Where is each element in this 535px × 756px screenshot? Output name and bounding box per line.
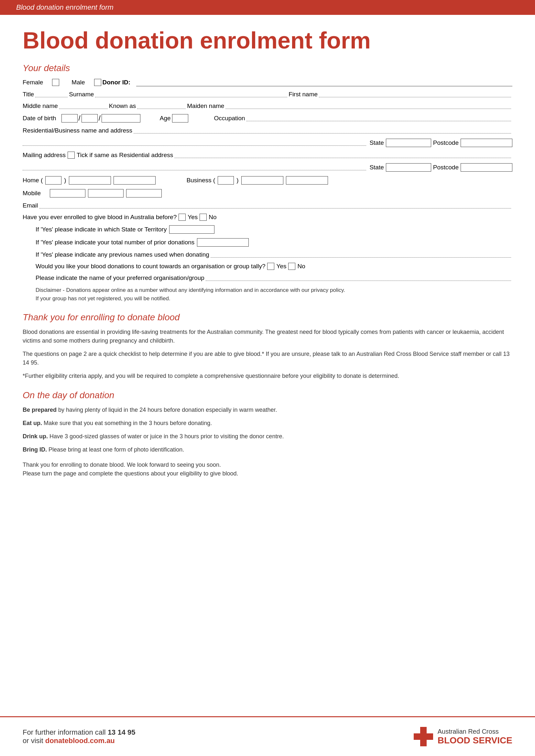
on-the-day-heading: On the day of donation — [23, 390, 512, 400]
donor-id-field[interactable] — [136, 79, 512, 86]
state-territory-field[interactable] — [169, 225, 214, 234]
yes-label-2: Yes — [276, 263, 286, 270]
state-field-1[interactable] — [386, 139, 431, 147]
group-tally-label: Would you like your blood donations to c… — [36, 263, 265, 270]
footer-phone: 13 14 95 — [108, 728, 135, 736]
tip3-bold: Drink up. — [23, 433, 48, 440]
footer-website: donateblood.com.au — [45, 737, 115, 745]
previous-names-label: If 'Yes' please indicate any previous na… — [36, 251, 209, 258]
business-phone2-field[interactable] — [286, 176, 328, 185]
thank-you-section: Thank you for enrolling to donate blood … — [23, 312, 512, 380]
org-name: Australian Red Cross BLOOD SERVICE — [437, 728, 512, 746]
thank-you-para3: *Further eligibility criteria apply, and… — [23, 372, 512, 380]
home-phone2-field[interactable] — [114, 176, 155, 185]
postcode-field-2[interactable] — [461, 163, 512, 172]
state-field-2[interactable] — [386, 163, 431, 172]
phone-row: Home ( ) Business ( ) — [23, 176, 512, 185]
mobile-end-field[interactable] — [126, 189, 162, 198]
org-line1: Australian Red Cross — [437, 728, 512, 735]
top-bar: Blood donation enrolment form — [0, 0, 535, 15]
tip1-bold: Be prepared — [23, 407, 57, 413]
preferred-org-label: Please indicate the name of your preferr… — [36, 274, 205, 282]
red-cross-logo: Australian Red Cross BLOOD SERVICE — [414, 727, 512, 746]
home-area-field[interactable] — [45, 176, 62, 185]
male-checkbox[interactable] — [94, 79, 101, 86]
maidenname-label: Maiden name — [187, 102, 224, 110]
top-bar-label: Blood donation enrolment form — [16, 3, 114, 11]
age-field[interactable] — [172, 114, 188, 122]
footer-info-line1: For further information call 13 14 95 — [23, 728, 135, 737]
prior-donations-row: If 'Yes' please indicate your total numb… — [36, 238, 512, 247]
tip1: Be prepared by having plenty of liquid i… — [23, 406, 512, 414]
preferred-org-row: Please indicate the name of your preferr… — [36, 274, 512, 282]
dob-label: Date of birth — [23, 115, 56, 122]
footer-left: For further information call 13 14 95 or… — [23, 728, 135, 745]
group-tally-row: Would you like your blood donations to c… — [36, 263, 512, 270]
no-label-1: No — [209, 214, 216, 221]
footer-info-line2: or visit donateblood.com.au — [23, 737, 135, 745]
tally-yes-checkbox[interactable] — [267, 263, 274, 270]
dob-month-field[interactable] — [81, 114, 98, 122]
thank-you-para1: Blood donations are essential in providi… — [23, 328, 512, 345]
dob-day-field[interactable] — [62, 114, 78, 122]
email-label: Email — [23, 202, 38, 209]
footer-info-text: For further information call — [23, 728, 108, 736]
tip2: Eat up. Make sure that you eat something… — [23, 419, 512, 428]
red-cross-icon — [414, 727, 433, 746]
tally-no-checkbox[interactable] — [288, 263, 295, 270]
business-label: Business ( — [187, 177, 215, 184]
state-territory-label: If 'Yes' please indicate in which State … — [36, 226, 167, 233]
disclaimer-content: Disclaimer - Donations appear online as … — [36, 287, 345, 302]
mobile-prefix-field[interactable] — [50, 189, 85, 198]
home-label: Home ( — [23, 177, 43, 184]
your-details-section: Your details Female Male Donor ID: Title… — [23, 63, 512, 303]
tip2-bold: Eat up. — [23, 420, 42, 426]
residential-label: Residential/Business name and address — [23, 127, 132, 134]
prior-donations-field[interactable] — [197, 238, 249, 247]
home-phone1-field[interactable] — [69, 176, 111, 185]
enrolled-question: Have you ever enrolled to give blood in … — [23, 214, 177, 221]
tip4-bold: Bring ID. — [23, 446, 47, 453]
male-label: Male — [71, 79, 85, 86]
tip3-text: Have 3 good-sized glasses of water or ju… — [48, 433, 284, 440]
gender-donor-row: Female Male Donor ID: — [23, 79, 512, 86]
address-state-row: State Postcode — [23, 139, 512, 147]
prior-donations-label: If 'Yes' please indicate your total numb… — [36, 239, 194, 246]
middlename-label: Middle name — [23, 102, 58, 110]
mobile-label: Mobile — [23, 190, 41, 197]
tip4: Bring ID. Please bring at least one form… — [23, 446, 512, 454]
on-the-day-section: On the day of donation Be prepared by ha… — [23, 390, 512, 478]
postcode-label-2: Postcode — [433, 164, 459, 171]
title-label: Title — [23, 91, 34, 98]
dob-year-field[interactable] — [101, 114, 140, 122]
postcode-field-1[interactable] — [461, 139, 512, 147]
residential-row: Residential/Business name and address — [23, 127, 512, 134]
mobile-mid-field[interactable] — [88, 189, 124, 198]
female-checkbox[interactable] — [52, 79, 59, 86]
mailing-same-checkbox[interactable] — [68, 151, 75, 159]
thank-you-para2: The questions on page 2 are a quick chec… — [23, 350, 512, 367]
firstname-label: First name — [289, 91, 318, 98]
enrolled-yes-checkbox[interactable] — [179, 214, 186, 221]
previous-names-row: If 'Yes' please indicate any previous na… — [36, 251, 512, 258]
middle-name-row: Middle name Known as Maiden name — [23, 102, 512, 110]
business-area-field[interactable] — [218, 176, 234, 185]
tick-same-label: Tick if same as Residential address — [77, 151, 173, 159]
disclaimer-text: Disclaimer - Donations appear online as … — [36, 286, 512, 303]
business-phone1-field[interactable] — [241, 176, 283, 185]
state-territory-row: If 'Yes' please indicate in which State … — [36, 225, 512, 234]
state-label-1: State — [369, 139, 383, 147]
page-title: Blood donation enrolment form — [23, 28, 512, 53]
email-row: Email — [23, 202, 512, 209]
tip1-text: by having plenty of liquid in the 24 hou… — [57, 407, 277, 413]
footer: For further information call 13 14 95 or… — [0, 716, 535, 756]
org-line2: BLOOD SERVICE — [437, 735, 512, 746]
mailing-state-row: State Postcode — [23, 163, 512, 172]
age-label: Age — [160, 115, 171, 122]
female-label: Female — [23, 79, 43, 86]
mobile-row: Mobile — [23, 189, 512, 198]
enrolled-no-checkbox[interactable] — [200, 214, 207, 221]
state-label-2: State — [369, 164, 383, 171]
no-label-2: No — [297, 263, 305, 270]
enrolled-row: Have you ever enrolled to give blood in … — [23, 214, 512, 221]
